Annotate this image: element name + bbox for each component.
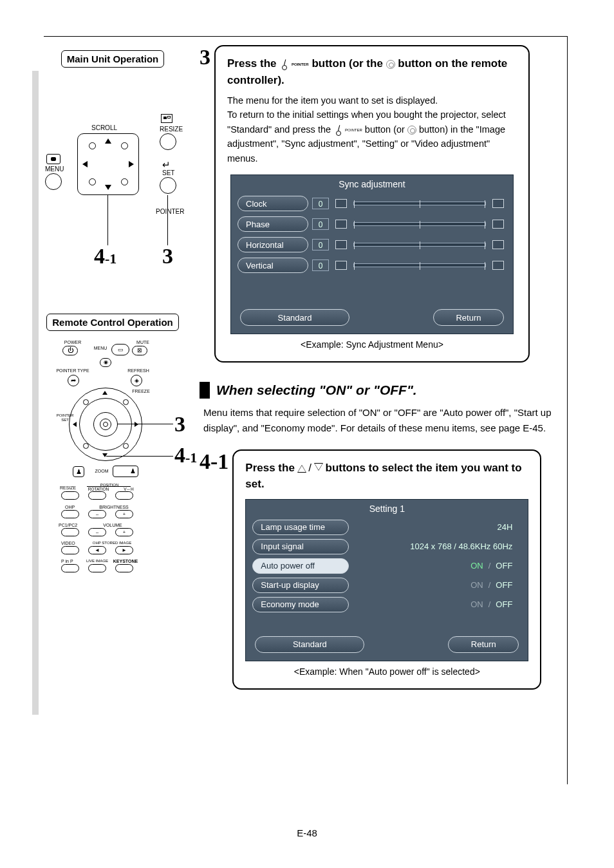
dpad-right-icon [135,422,138,427]
dot [121,178,128,185]
dot [121,142,128,149]
separator: / [488,561,491,571]
osd-value: 0 [312,259,329,271]
pinp-label: P in P [61,559,73,563]
up-icon [335,261,347,270]
resize-button[interactable] [160,133,176,150]
set-button[interactable] [160,177,176,194]
menu-button[interactable]: ▭ [111,344,129,355]
sub-menu-button[interactable]: ◉ [100,358,111,367]
circle-button-icon [407,126,416,135]
refresh-label: REFRESH [124,368,153,373]
setting-row-startup[interactable]: Start-up display ON / OFF [246,576,528,595]
pinp-button[interactable] [61,564,79,572]
mute-label: MUTE [133,340,153,344]
volume-minus-button[interactable]: – [88,528,106,536]
video-label: VIDEO [61,541,75,545]
pc-label: PC1/PC2 [59,523,77,527]
brightness-plus-button[interactable]: + [115,510,133,518]
power-button[interactable]: ⏻ [62,346,78,355]
live-label: LIVE IMAGE [84,559,110,563]
keystone-button[interactable] [115,564,133,572]
osd-slider[interactable] [353,202,486,205]
dot [89,142,96,149]
menu-icon [46,154,60,164]
step-4-1-number: 4-1 [200,449,228,474]
setting-label: Economy mode [252,597,349,612]
zoom-person2-icon: ♟ [127,466,138,477]
power-label: POWER [60,340,86,344]
osd-slider[interactable] [353,222,486,226]
refresh-button[interactable]: ◈ [131,375,142,386]
dot [89,178,96,185]
video-button[interactable] [61,546,79,554]
pointer-caption: POINTER [292,62,309,66]
sidebar-stripe [32,71,39,715]
step-4-1-box: Press the / buttons to select the item y… [232,449,541,690]
resize-label: RESIZE [160,126,183,133]
left-column: Main Unit Operation SCROLL RESIZE MENU [39,45,187,690]
set-label: SET [162,169,174,176]
remote-center-button[interactable] [93,412,118,437]
osd-value: 0 [312,218,329,230]
on-option: ON [470,599,483,609]
pc-button[interactable] [61,528,79,536]
setting-row-autopoweroff[interactable]: Auto power off ON / OFF [246,556,528,576]
osd-row-horizontal: Horizontal 0 [231,234,513,255]
dot [83,399,89,405]
return-button[interactable]: Return [433,309,504,326]
osd-row-clock: Clock 0 [231,193,513,214]
dpad-up-icon [102,391,107,395]
resize-button[interactable] [61,491,79,500]
setting-row-lamp: Lamp usage time 24H [246,518,528,537]
rotation-button[interactable] [88,491,106,500]
step-3-number: 3 [200,45,210,70]
setting-row-economy[interactable]: Economy mode ON / OFF [246,595,528,614]
osd-row-phase: Phase 0 [231,214,513,234]
remote-control-operation-label: Remote Control Operation [46,314,179,331]
osd-slider[interactable] [353,263,486,267]
live-button[interactable] [88,564,106,572]
vh-label: V↔H [119,487,138,491]
dot [123,399,129,405]
standard-button[interactable]: Standard [240,309,349,326]
osd-label: Horizontal [237,237,308,252]
off-option: OFF [496,561,512,571]
narrow-icon [335,220,347,229]
volume-plus-button[interactable]: + [115,528,133,536]
left-icon [335,240,347,249]
standard-button[interactable]: Standard [255,636,364,653]
callout-4-1: 4-1 [94,244,116,269]
setting-label: Lamp usage time [252,520,349,535]
connector-line [167,195,168,245]
brightness-minus-button[interactable]: – [88,510,106,518]
stored-next-button[interactable]: ► [115,546,133,554]
mute-button[interactable]: ⊠ [132,346,147,355]
step-4-1-title: Press the / buttons to select the item y… [245,460,528,493]
step-3-box: Press the POINTER button (or the button … [214,45,530,363]
on-option: ON [470,561,483,571]
osd-slider[interactable] [353,243,486,247]
menu-button[interactable] [45,173,62,190]
separator: / [488,599,491,609]
section-bar-icon [200,382,210,399]
scroll-down-icon [105,185,111,190]
connector-line [107,195,108,245]
section-on-off-body: Menu items that require selection of "ON… [200,405,575,435]
osd-value: 0 [312,198,329,209]
menu-label: MENU [91,346,110,350]
return-button[interactable]: Return [448,636,519,653]
ohp-button[interactable] [61,510,79,518]
rotation-label: ROTATION [86,487,111,491]
pointer-icon [333,125,342,134]
remote-callout-4-1: 4-1 [174,443,197,467]
pointer-type-button[interactable]: ➦ [68,375,79,386]
main-unit-diagram: SCROLL RESIZE MENU [39,77,187,289]
setting-1-menu: Setting 1 Lamp usage time 24H Input sign… [245,499,528,661]
zoom-person-icon: ♟ [73,466,84,477]
separator: / [488,580,491,590]
remote-diagram: POWER ⏻ MENU ▭ MUTE ⊠ ◉ POINTER TYPE REF… [55,340,171,598]
stored-prev-button[interactable]: ◄ [88,546,106,554]
vh-button[interactable] [115,491,133,500]
page-number: E-48 [0,827,614,838]
